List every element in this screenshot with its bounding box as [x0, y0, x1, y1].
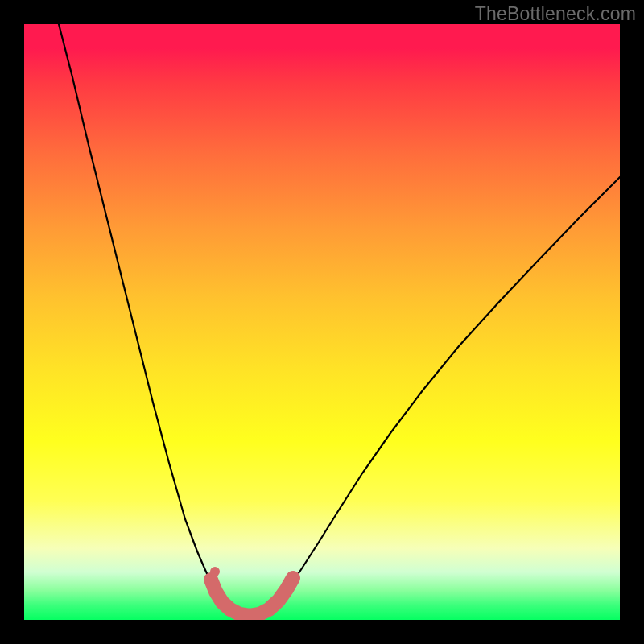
chart-svg [24, 24, 620, 620]
trough-highlight-u [211, 578, 293, 616]
watermark-text: TheBottleneck.com [475, 3, 636, 25]
trough-highlight-dot [210, 567, 220, 576]
bottleneck-curve [59, 24, 620, 616]
plot-area [24, 24, 620, 620]
chart-frame: TheBottleneck.com [0, 0, 644, 644]
